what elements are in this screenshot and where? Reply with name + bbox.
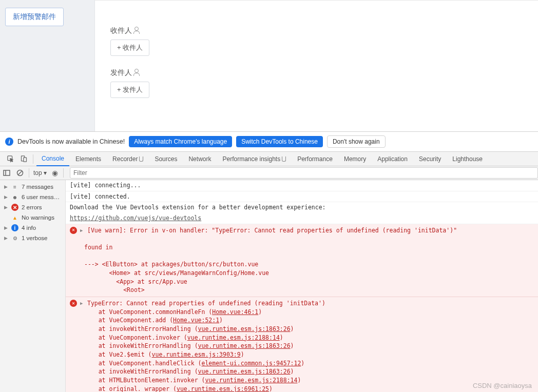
separator (63, 168, 64, 178)
clear-console-icon[interactable] (13, 169, 27, 177)
info-icon: i (11, 224, 18, 231)
user-icon (133, 27, 140, 34)
source-link[interactable]: vue.runtime.esm.js:6961:25 (177, 385, 269, 392)
source-link[interactable]: vue.runtime.esm.js:3903:9 (152, 351, 241, 358)
source-link[interactable]: element-ui.common.js:9457:12 (201, 360, 301, 367)
inspect-element-icon[interactable] (4, 153, 16, 165)
live-expression-icon[interactable]: ◉ (52, 169, 58, 177)
sidebar-item-user-messages[interactable]: ▶☻6 user mess… (0, 192, 65, 202)
console-toolbar: top ▾ ◉ (0, 166, 538, 180)
user-icon (133, 69, 140, 76)
add-sender-button[interactable]: + 发件人 (110, 82, 149, 98)
add-recipient-button[interactable]: + 收件人 (110, 40, 149, 56)
source-link[interactable]: vue.runtime.esm.js:2188:14 (205, 377, 297, 384)
app-left-panel: 新增预警邮件 (0, 0, 95, 131)
list-icon: ≡ (11, 183, 18, 190)
log-error-block: ✕ ▶ [Vue warn]: Error in v-on handler: "… (66, 224, 538, 297)
separator (33, 154, 33, 164)
error-icon: ✕ (11, 204, 18, 211)
user-icon: ☻ (11, 193, 18, 201)
source-link[interactable]: Home.vue:52:1 (173, 317, 219, 324)
separator (29, 168, 29, 178)
tab-performance-insights[interactable]: Performance insights (217, 152, 291, 166)
source-link[interactable]: Home.vue:46:1 (212, 308, 258, 316)
log-text: found in ---> <ElButton> at packages/but… (84, 234, 534, 295)
log-text: TypeError: Cannot read properties of und… (87, 299, 325, 308)
tab-network[interactable]: Network (183, 152, 216, 166)
tab-elements[interactable]: Elements (70, 152, 106, 166)
log-line: Download the Vue Devtools extension for … (66, 202, 538, 213)
log-link[interactable]: https://github.com/vuejs/vue-devtools (66, 213, 538, 224)
app-area: 新增预警邮件 收件人 + 收件人 发件人 + 发件人 (0, 0, 538, 131)
tab-application[interactable]: Application (372, 152, 413, 166)
svg-rect-2 (23, 158, 26, 162)
console-log-area[interactable]: [vite] connecting... [vite] connected. D… (66, 180, 538, 392)
tab-performance[interactable]: Performance (292, 152, 338, 166)
stack-trace: at VueComponent.commonHandleFn (Home.vue… (84, 308, 534, 392)
expand-icon[interactable]: ▶ (80, 227, 84, 234)
source-link[interactable]: vue.runtime.esm.js:1863:26 (198, 342, 291, 349)
tab-security[interactable]: Security (414, 152, 446, 166)
recipient-field: 收件人 + 收件人 (110, 26, 523, 56)
log-line: [vite] connected. (66, 191, 538, 203)
context-selector[interactable]: top ▾ (31, 168, 49, 178)
sidebar-item-warnings[interactable]: ▲No warnings (0, 212, 65, 223)
source-link[interactable]: vue.runtime.esm.js:1863:26 (198, 325, 291, 332)
console-sidebar: ▶≡7 messages ▶☻6 user mess… ▶✕2 errors ▲… (0, 180, 66, 392)
source-link[interactable]: vue.runtime.esm.js:1863:26 (198, 368, 291, 375)
filter-input[interactable] (70, 167, 538, 179)
dont-show-again-button[interactable]: Don't show again (327, 135, 386, 148)
info-icon: i (5, 138, 13, 146)
always-match-language-button[interactable]: Always match Chrome's language (129, 136, 232, 147)
sidebar-item-errors[interactable]: ▶✕2 errors (0, 202, 65, 212)
log-line: [vite] connecting... (66, 180, 538, 191)
error-icon: ✕ (70, 300, 77, 307)
devtools-tabs: Console Elements Recorder Sources Networ… (0, 152, 538, 166)
sender-label: 发件人 (110, 68, 523, 77)
beaker-icon (282, 156, 286, 162)
tab-recorder[interactable]: Recorder (107, 152, 148, 166)
sender-field: 发件人 + 发件人 (110, 68, 523, 98)
console-body: ▶≡7 messages ▶☻6 user mess… ▶✕2 errors ▲… (0, 180, 538, 392)
recipient-label: 收件人 (110, 26, 523, 35)
error-icon: ✕ (70, 227, 77, 234)
warning-icon: ▲ (11, 214, 18, 221)
app-main-panel: 收件人 + 收件人 发件人 + 发件人 (95, 0, 538, 131)
device-toolbar-icon[interactable] (17, 153, 30, 165)
toggle-sidebar-icon[interactable] (0, 170, 13, 176)
svg-rect-3 (4, 170, 10, 175)
sidebar-item-messages[interactable]: ▶≡7 messages (0, 182, 65, 192)
tab-console[interactable]: Console (36, 152, 69, 166)
verbose-icon: ⚙ (11, 234, 18, 242)
switch-devtools-to-chinese-button[interactable]: Switch DevTools to Chinese (236, 136, 323, 147)
sidebar-item-info[interactable]: ▶i4 info (0, 223, 65, 233)
devtools-language-banner: i DevTools is now available in Chinese! … (0, 131, 538, 152)
source-link[interactable]: vue.runtime.esm.js:2188:14 (187, 334, 280, 341)
svg-line-6 (18, 171, 22, 175)
tab-memory[interactable]: Memory (339, 152, 371, 166)
expand-icon[interactable]: ▶ (80, 300, 84, 307)
log-error-block: ✕ ▶ TypeError: Cannot read properties of… (66, 297, 538, 392)
tab-lighthouse[interactable]: Lighthouse (447, 152, 488, 166)
banner-text: DevTools is now available in Chinese! (17, 138, 125, 145)
add-alert-email-button[interactable]: 新增预警邮件 (5, 8, 64, 26)
sidebar-item-verbose[interactable]: ▶⚙1 verbose (0, 233, 65, 243)
tab-sources[interactable]: Sources (149, 152, 182, 166)
log-text: [Vue warn]: Error in v-on handler: "Type… (87, 226, 457, 235)
beaker-icon (139, 156, 143, 162)
